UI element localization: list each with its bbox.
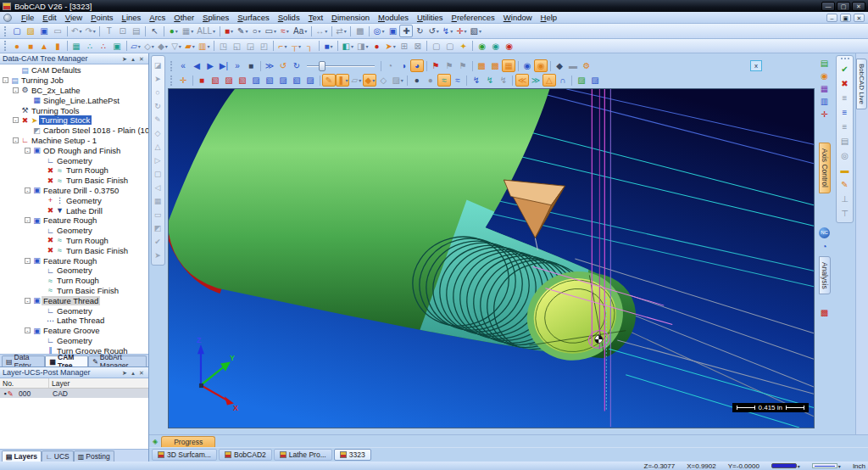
print-button[interactable]: ▭ [51,25,64,37]
tree-post-single-line[interactable]: ▦ Single_Line.LathePst [0,95,148,105]
tree-expander[interactable] [38,177,44,183]
rectangle-style-button[interactable]: ▭ [264,25,278,37]
tree-expander[interactable] [38,158,44,164]
extrude-button[interactable]: ▱ [129,40,142,53]
sim-to-end-button[interactable]: » [231,59,244,72]
tree-expander[interactable]: - [25,327,31,333]
view-iso-1-button[interactable]: ▧ [209,74,222,87]
axis-move-icon[interactable]: ✛ [818,108,831,120]
tree-expander[interactable] [38,267,44,273]
wintab-bobcad2[interactable]: BobCAD2 [219,449,272,461]
menu-splines[interactable]: Splines [198,13,233,22]
gouge-report-button[interactable]: ≫ [529,74,542,87]
menu-solids[interactable]: Solids [274,13,304,22]
layer-close-button[interactable]: ✕ [137,368,146,377]
tree-geometry-drill[interactable]: + ⋮ Geometry [0,195,148,205]
save-stock-button[interactable]: ◆ [363,74,376,87]
render-icon[interactable]: ◉ [818,70,831,82]
sim-refresh-button[interactable]: ↻ [290,59,303,72]
tree-expander[interactable] [38,238,44,243]
tree-turn-rough-2[interactable]: ≈ Turn Rough [0,276,148,286]
tube-primitive-button[interactable]: ▮ [51,40,64,53]
tree-expander[interactable] [38,227,44,233]
panel-pin-button[interactable]: ➤ [120,54,129,63]
dim-plus-icon[interactable]: ⊥ [837,192,853,206]
stock-wire-button[interactable]: ◇ [376,74,390,87]
layer-collapse-button[interactable]: ▴ [129,368,137,377]
tree-expander[interactable]: - [25,298,31,304]
layers-colors-icon[interactable]: ▩ [818,306,831,319]
tree-turning-job[interactable]: - ▤ Turning Job [0,76,148,86]
tree-geometry-groove[interactable]: ∟ Geometry [0,336,148,346]
toolbar-grip[interactable] [4,41,8,51]
tree-turn-rough-od[interactable]: ✖ ≈ Turn Rough [0,165,148,176]
solid-display-button[interactable]: ■ [321,40,335,53]
view-top-button[interactable]: ▨ [249,74,263,87]
tree-machine-setup-1[interactable]: - ∟ Machine Setup - 1 [0,136,148,146]
stock-box-button[interactable]: ▦ [70,40,83,53]
tree-geometry-rough-2[interactable]: ∟ Geometry [0,266,148,276]
sim-rewind-button[interactable]: « [176,59,190,72]
tree-expander[interactable] [38,248,44,254]
tab-bobcad-live[interactable]: BobCAD Live [856,59,867,109]
tree-expander[interactable]: - [25,187,31,193]
view-cube-red-button[interactable]: ■ [195,74,209,87]
pin-toolpath-button[interactable]: ⚑ [429,59,442,72]
stock-wizard-button[interactable]: ▥ [197,40,211,53]
paste-button[interactable]: ▤ [130,25,143,37]
tree-expander[interactable] [38,317,44,323]
layer-row-cad[interactable]: ▪✎ 000 CAD [0,389,148,398]
verify-light-button[interactable]: ● [424,74,437,87]
nc-list-icon[interactable]: ≡ [837,91,853,105]
zoom-window-button[interactable]: ▣ [386,25,399,37]
point-button[interactable]: ● [370,40,383,53]
toolbar-grip[interactable] [4,26,8,36]
normals-button[interactable]: ◨ [355,40,370,53]
verify-play-icon[interactable]: ▷ [152,154,164,167]
close-button[interactable]: ✕ [852,2,865,11]
tree-feature-rough-2[interactable]: - ▣ Feature Rough [0,255,148,266]
tab-cam-tree[interactable]: ▦ CAM Tree [45,355,88,366]
world-off-button[interactable]: ◉ [503,40,516,53]
extract-face-button[interactable]: ▢ [443,40,457,53]
compare-part-button[interactable]: ▩ [488,59,502,72]
gouge-check-button[interactable]: ≪ [515,74,529,87]
nc-list-3-icon[interactable]: ≡ [837,120,853,134]
split-button[interactable]: ◲ [243,40,257,53]
cancel-x-icon[interactable]: ✖ [837,76,853,91]
tree-expander[interactable] [38,198,44,204]
verify-diamond-icon[interactable]: ◇ [152,126,164,140]
verify-grid-icon[interactable]: ▦ [152,194,164,208]
tab-data-entry[interactable]: ▤ Data Entry [2,355,45,366]
mdi-close-button[interactable]: ✕ [854,14,865,22]
stitch-button[interactable]: ◰ [257,40,270,53]
tree-expander[interactable] [38,288,44,294]
report-icon[interactable]: ▤ [818,57,831,70]
menu-file[interactable]: File [17,13,38,22]
menu-utilities[interactable]: Utilities [413,13,448,22]
tree-geometry-od[interactable]: ∟ Geometry [0,155,148,165]
zoom-button[interactable]: ◎ [372,25,387,37]
sim-view-active-button[interactable]: ◉ [534,59,548,72]
menu-dimension[interactable]: Dimension [327,13,374,22]
tree-turn-rough-1[interactable]: ✖ ≈ Turn Rough [0,236,148,246]
revolve-button[interactable]: ◇ [142,40,156,53]
tab-axis-control[interactable]: Axis Control [819,143,831,193]
confirm-check-icon[interactable]: ✔ [152,235,164,249]
view-cube-button[interactable]: ▧ [469,25,483,37]
box-primitive-button[interactable]: ■ [24,40,37,53]
select-arrow-button[interactable]: ↖ [148,25,162,37]
world-cam-button[interactable]: ◉ [489,40,503,53]
flag-end-button[interactable]: ⚑ [456,59,470,72]
untrim-button[interactable]: ◳ [216,40,230,53]
tree-od-rough-and-finish[interactable]: - ▣ OD Rough and Finish [0,145,148,155]
arc-fit-button[interactable]: △ [542,74,556,87]
path-jump-3-button[interactable]: ↯ [497,74,510,87]
sim-step-forward-button[interactable]: ▶| [217,59,231,72]
sweep-button[interactable]: ◆ [156,40,170,53]
maximize-button[interactable]: ▢ [837,2,850,11]
spline-style-button[interactable]: ≈ [278,25,292,37]
tree-expander[interactable] [13,108,19,114]
sim-view-button[interactable]: ◉ [520,59,534,72]
zoom-extents-button[interactable]: ✛ [176,74,190,87]
